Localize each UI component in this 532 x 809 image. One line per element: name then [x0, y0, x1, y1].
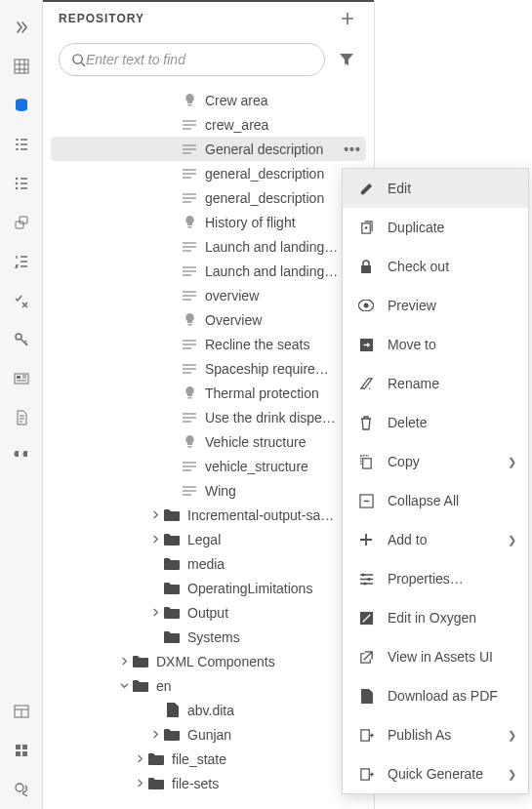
tree-item[interactable]: Vehicle structure••• — [51, 429, 366, 454]
tree-item[interactable]: Wing••• — [51, 478, 366, 503]
tree-item[interactable]: Recline the seats••• — [51, 332, 366, 356]
tree-item[interactable]: Incremental-output-sample••• — [51, 503, 366, 527]
tree-node-icon — [162, 508, 182, 521]
ctx-item-publish-as[interactable]: Publish As❯ — [343, 715, 528, 754]
ctx-item-add-to[interactable]: Add to❯ — [343, 520, 528, 559]
tree-item[interactable]: overview••• — [51, 283, 366, 307]
move-icon — [354, 338, 378, 352]
tree-item[interactable]: general_description••• — [51, 185, 366, 210]
ctx-item-preview[interactable]: Preview — [343, 286, 528, 325]
tree-label: Launch and landing site — [199, 263, 339, 279]
tree-node-icon — [131, 655, 150, 667]
expand-rail-icon[interactable] — [0, 8, 43, 47]
tree-node-icon — [146, 777, 166, 789]
tree-item[interactable]: media••• — [51, 551, 366, 576]
numbered-list-icon[interactable] — [0, 242, 43, 281]
tree-item[interactable]: General description••• — [51, 137, 366, 161]
grid-icon[interactable] — [0, 47, 43, 86]
add-button[interactable] — [337, 8, 358, 29]
tree-item[interactable]: file-sets••• — [51, 771, 366, 795]
check-x-icon[interactable] — [0, 281, 43, 320]
ctx-label: Properties… — [378, 571, 516, 587]
tree-chevron-icon — [133, 779, 146, 788]
tree-item[interactable]: Thermal protection••• — [51, 381, 366, 405]
find-replace-icon[interactable] — [0, 770, 43, 809]
card-icon[interactable] — [0, 359, 43, 398]
search-input[interactable] — [86, 52, 312, 67]
svg-rect-0 — [15, 60, 28, 73]
tree-item[interactable]: Overview••• — [51, 307, 366, 332]
tree-node-icon — [162, 533, 182, 546]
more-options-icon[interactable]: ••• — [339, 142, 366, 157]
outline-icon[interactable] — [0, 125, 43, 164]
tree-item[interactable]: abv.dita••• — [51, 698, 366, 722]
tree-item[interactable]: Legal••• — [51, 527, 366, 551]
ctx-item-rename[interactable]: Rename — [343, 364, 528, 403]
ctx-label: Collapse All — [378, 493, 516, 508]
tree-node-icon — [180, 486, 199, 496]
repository-icon[interactable] — [0, 86, 43, 125]
ctx-item-quick-generate[interactable]: Quick Generate❯ — [343, 754, 528, 793]
ctx-item-duplicate[interactable]: Duplicate — [343, 208, 528, 247]
document-icon[interactable] — [0, 398, 43, 437]
tree-chevron-icon — [148, 608, 162, 617]
search-box[interactable] — [59, 43, 325, 76]
tree-label: file-sets — [166, 776, 339, 791]
ctx-item-download-as-pdf[interactable]: Download as PDF — [343, 676, 528, 715]
key-icon[interactable] — [0, 320, 43, 359]
tree-item[interactable]: Spaceship requirements••• — [51, 356, 366, 381]
list-icon[interactable] — [0, 164, 43, 203]
chevron-right-icon: ❯ — [508, 768, 516, 781]
ctx-item-check-out[interactable]: Check out — [343, 247, 528, 286]
tree-node-icon — [180, 94, 199, 107]
quote-icon[interactable] — [0, 437, 43, 476]
ctx-label: Copy — [378, 454, 508, 469]
trash-icon — [354, 416, 378, 430]
tree-node-icon — [180, 216, 199, 229]
ctx-item-edit[interactable]: Edit — [343, 169, 528, 208]
tree-item[interactable]: vehicle_structure••• — [51, 454, 366, 478]
tree-label: media — [182, 556, 339, 572]
svg-rect-14 — [22, 751, 27, 756]
ctx-item-view-in-assets-ui[interactable]: View in Assets UI — [343, 637, 528, 676]
chevron-right-icon: ❯ — [508, 456, 516, 468]
tree-label: Incremental-output-sample — [182, 507, 339, 523]
filter-button[interactable] — [335, 48, 358, 71]
ctx-item-collapse-all[interactable]: Collapse All — [343, 481, 528, 520]
tree-item[interactable]: Systems••• — [51, 625, 366, 649]
tree-item[interactable]: general_description••• — [51, 161, 366, 185]
tree-item[interactable]: Launch and landing site••• — [51, 259, 366, 283]
tree-item[interactable]: OperatingLimitations••• — [51, 576, 366, 600]
ctx-item-edit-in-oxygen[interactable]: Edit in Oxygen — [343, 598, 528, 637]
tree-chevron-icon — [148, 510, 162, 519]
layout-icon[interactable] — [0, 692, 43, 731]
ctx-item-move-to[interactable]: Move to — [343, 325, 528, 364]
tree-label: General description — [199, 142, 339, 157]
tree-label: Thermal protection — [199, 385, 339, 401]
tree-item[interactable]: Use the drink dispenser••• — [51, 405, 366, 429]
reuse-icon[interactable] — [0, 203, 43, 242]
tree-item[interactable]: Crew area••• — [51, 88, 366, 112]
tree-item[interactable]: en••• — [51, 673, 366, 698]
ctx-label: Publish As — [378, 727, 508, 743]
tree-item[interactable]: Gunjan••• — [51, 722, 366, 747]
generate-icon — [354, 767, 378, 782]
tree-item[interactable]: Output••• — [51, 600, 366, 625]
oxygen-icon — [354, 611, 378, 626]
tree-node-icon — [180, 120, 199, 130]
tree-item[interactable]: History of flight••• — [51, 210, 366, 234]
tree-node-icon — [162, 728, 182, 741]
ctx-item-properties-[interactable]: Properties… — [343, 559, 528, 598]
tree-node-icon — [162, 582, 182, 594]
tree-item[interactable]: file_state••• — [51, 747, 366, 771]
apps-icon[interactable] — [0, 731, 43, 770]
tree-node-icon — [180, 340, 199, 349]
tree-item[interactable]: Launch and landing site••• — [51, 234, 366, 259]
svg-point-19 — [364, 303, 369, 308]
svg-point-25 — [363, 582, 366, 585]
ctx-item-delete[interactable]: Delete — [343, 403, 528, 442]
tree-item[interactable]: DXML Components••• — [51, 649, 366, 673]
tree-item[interactable]: crew_area••• — [51, 112, 366, 137]
ctx-item-copy[interactable]: Copy❯ — [343, 442, 528, 481]
repository-panel: REPOSITORY Crew area•••crew_area•••Gener… — [43, 0, 375, 809]
